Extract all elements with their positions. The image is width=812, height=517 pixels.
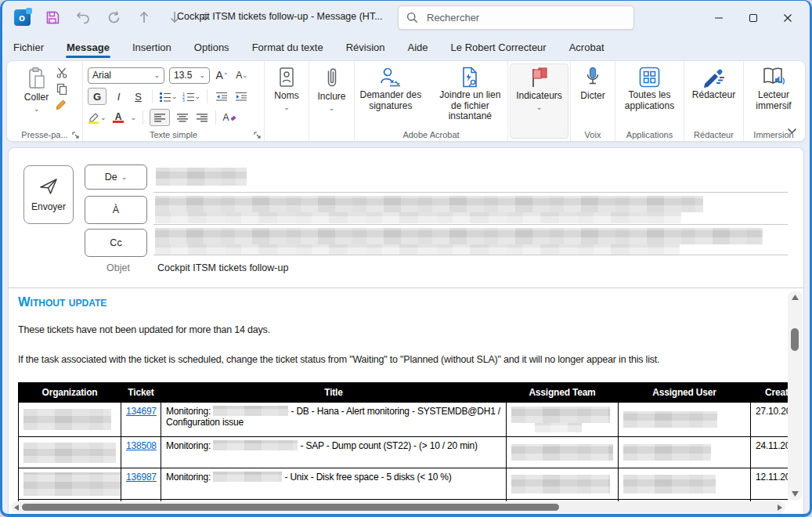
font-name-combobox[interactable]: Arial⌄ xyxy=(88,67,164,84)
collapse-ribbon-icon[interactable] xyxy=(787,128,797,135)
tab-revision[interactable]: Révision xyxy=(345,37,386,58)
close-button[interactable] xyxy=(770,7,805,29)
paste-label: Coller xyxy=(24,92,49,103)
tab-fichier[interactable]: Fichier xyxy=(13,37,45,58)
names-label: Noms xyxy=(274,91,298,102)
bold-button[interactable]: G xyxy=(88,88,106,105)
message-body[interactable]: Without update These tickets have not be… xyxy=(9,288,788,501)
horizontal-scrollbar[interactable] xyxy=(11,501,785,513)
search-box[interactable] xyxy=(398,5,634,30)
user-redacted xyxy=(623,475,716,494)
minimize-button[interactable] xyxy=(702,7,736,29)
search-icon xyxy=(406,12,418,24)
adobe-acrobat-group-label: Adobe Acrobat xyxy=(402,130,459,139)
redo-icon[interactable] xyxy=(105,9,122,26)
cc-value-redacted xyxy=(155,244,680,255)
save-icon[interactable] xyxy=(44,9,61,26)
vertical-scrollbar[interactable] xyxy=(788,291,803,501)
tab-message[interactable]: Message xyxy=(66,37,110,58)
search-input[interactable] xyxy=(425,11,626,24)
tab-aide[interactable]: Aide xyxy=(407,37,429,58)
send-icon xyxy=(38,178,59,195)
microphone-icon xyxy=(585,67,601,89)
flags-button[interactable]: Indicateurs ⌄ xyxy=(513,65,565,112)
maximize-button[interactable] xyxy=(736,7,770,29)
bullet-list-icon[interactable]: ⌄ xyxy=(159,89,178,104)
horizontal-scrollbar-thumb[interactable] xyxy=(22,504,559,511)
scroll-up-icon[interactable] xyxy=(791,294,799,301)
increase-indent-icon[interactable] xyxy=(233,89,248,104)
scroll-down-icon[interactable] xyxy=(791,490,799,497)
created-date: 27.10.20 xyxy=(751,403,789,437)
cut-icon[interactable] xyxy=(56,67,68,78)
organization-redacted xyxy=(23,443,116,463)
decrease-indent-icon[interactable] xyxy=(214,89,229,104)
ticket-link[interactable]: 138508 xyxy=(126,440,157,451)
col-ticket: Ticket xyxy=(121,383,161,403)
ribbon: Coller ⌄ Presse-pa... Arial⌄ 13.5⌄ A⌃ xyxy=(6,60,806,142)
underline-button[interactable]: S xyxy=(131,89,146,104)
italic-button[interactable]: I xyxy=(111,89,126,104)
tab-options[interactable]: Options xyxy=(193,37,230,58)
immersive-reader-button[interactable]: Lecteur immersif xyxy=(744,65,803,113)
file-link-icon xyxy=(460,67,479,88)
col-assigned-user: Assigned User xyxy=(619,383,751,403)
all-apps-button[interactable]: Toutes les applications xyxy=(615,65,684,113)
basic-text-dialog-launcher-icon[interactable] xyxy=(254,132,261,139)
to-field-line xyxy=(153,224,788,225)
names-button[interactable]: Noms ⌄ xyxy=(271,65,301,112)
editor-label: Rédacteur xyxy=(692,90,735,101)
body-paragraph: These tickets have not been updated for … xyxy=(18,324,270,335)
clear-formatting-icon[interactable]: A xyxy=(222,110,237,125)
send-button[interactable]: Envoyer xyxy=(23,165,74,224)
outlook-message-window: o Cockpit ITSM tickets follow-up - Messa… xyxy=(0,0,812,517)
format-painter-icon[interactable] xyxy=(56,99,68,110)
text-highlight-icon[interactable]: ⌄ xyxy=(88,110,106,125)
tab-le-robert-correcteur[interactable]: Le Robert Correcteur xyxy=(450,37,547,58)
ticket-link[interactable]: 134697 xyxy=(126,406,157,417)
dictate-button[interactable]: Dicter xyxy=(577,65,608,103)
font-color-icon[interactable]: A xyxy=(111,110,126,125)
copy-icon[interactable] xyxy=(56,83,68,95)
clipboard-dialog-launcher-icon[interactable] xyxy=(72,132,79,139)
request-signatures-button[interactable]: Demander des signatures xyxy=(355,65,427,113)
flag-icon xyxy=(529,67,549,89)
tab-insertion[interactable]: Insertion xyxy=(132,37,172,58)
shrink-font-icon[interactable]: A⌄ xyxy=(234,67,249,83)
from-button[interactable]: De⌄ xyxy=(85,164,147,190)
scroll-left-icon[interactable] xyxy=(13,504,20,512)
previous-item-icon[interactable] xyxy=(135,9,153,26)
col-assigned-team: Assigned Team xyxy=(507,383,619,403)
grow-font-icon[interactable]: A⌃ xyxy=(215,67,229,83)
from-field-line xyxy=(153,192,788,193)
body-paragraph: If the task associated with the ticket i… xyxy=(18,354,659,365)
window-controls xyxy=(702,7,805,29)
vertical-scrollbar-thumb[interactable] xyxy=(791,328,799,351)
subject-value[interactable]: Cockpit ITSM tickets follow-up xyxy=(157,262,288,273)
tab-acrobat[interactable]: Acrobat xyxy=(568,37,605,58)
ticket-link[interactable]: 136987 xyxy=(126,472,157,483)
numbered-list-icon[interactable]: 123⌄ xyxy=(182,89,201,104)
paste-button[interactable]: Coller ⌄ xyxy=(21,65,52,114)
include-label: Inclure xyxy=(317,92,345,103)
request-signatures-icon xyxy=(379,67,402,88)
flags-label: Indicateurs xyxy=(516,91,562,102)
font-size-combobox[interactable]: 13.5⌄ xyxy=(169,67,210,84)
scroll-right-icon[interactable] xyxy=(777,504,783,512)
align-center-button[interactable] xyxy=(175,110,189,125)
attach-file-link-button[interactable]: Joindre un lien de fichier instantané xyxy=(433,65,507,124)
attach-file-link-label: Joindre un lien de fichier instantané xyxy=(436,90,504,122)
undo-icon[interactable] xyxy=(74,9,92,26)
editor-button[interactable]: Rédacteur xyxy=(689,65,738,103)
align-left-button[interactable] xyxy=(150,109,170,126)
align-right-button[interactable] xyxy=(194,110,209,125)
adobe-acrobat-group: Demander des signatures Joindre un lien … xyxy=(355,61,508,141)
table-row: 136987 Monitoring: - Unix - Disk free sp… xyxy=(19,468,789,500)
to-button[interactable]: À xyxy=(85,196,147,224)
tab-format-du-texte[interactable]: Format du texte xyxy=(251,37,324,58)
user-redacted xyxy=(623,411,717,428)
flags-group: Indicateurs ⌄ xyxy=(508,61,571,141)
basic-text-group: Arial⌄ 13.5⌄ A⌃ A⌄ G I S ⌄ 123⌄ xyxy=(83,61,265,141)
include-button[interactable]: Inclure ⌄ xyxy=(314,65,348,113)
cc-button[interactable]: Cc xyxy=(85,229,147,257)
